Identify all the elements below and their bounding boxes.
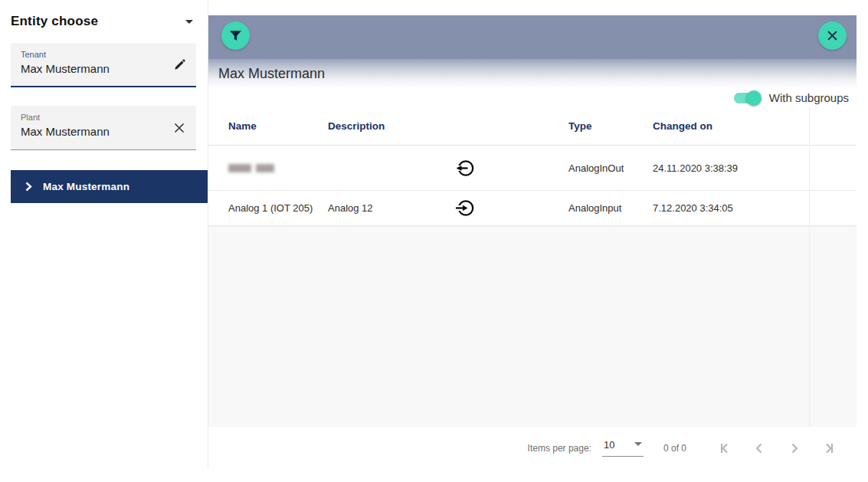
last-page-button[interactable] [821,440,838,457]
entity-sidebar: Entity choose Tenant Max Mustermann Plan… [0,0,208,482]
entity-choose-title: Entity choose [11,14,98,29]
paginator: Items per page: 10 0 of 0 [208,427,857,469]
first-page-icon [717,441,731,455]
close-icon [827,30,838,41]
previous-page-button[interactable] [751,440,768,457]
scrollbar-track-line [809,107,810,427]
pagination-nav [716,440,838,457]
entity-choose-header[interactable]: Entity choose [11,14,193,29]
plant-value: Max Mustermann [21,125,165,138]
panel-title: Max Mustermann [218,66,325,82]
tenant-field[interactable]: Tenant Max Mustermann [11,43,196,87]
sidebar-tree-item-max-mustermann[interactable]: Max Mustermann [11,170,208,203]
page-range-label: 0 of 0 [663,443,686,454]
cell-name: Analog 1 (IOT 205) [228,202,328,214]
last-page-icon [823,441,837,455]
chevron-left-icon [752,441,766,455]
cell-type: AnalogInOut [568,162,653,174]
tree-item-label: Max Mustermann [43,181,129,192]
tenant-label: Tenant [21,50,165,59]
collapse-caret-icon[interactable] [185,20,193,24]
table-row[interactable]: AnalogInOut 24.11.2020 3:38:39 [208,146,857,191]
analog-input-icon [454,198,500,218]
toggle-knob[interactable] [746,90,762,106]
redacted-name [228,164,328,172]
header-changed-on: Changed on [653,120,857,132]
header-name: Name [228,120,328,132]
analog-inout-icon [454,158,500,179]
cell-type: AnalogInput [568,202,653,214]
edit-tenant-button[interactable] [170,55,188,74]
chevron-right-icon[interactable] [25,182,32,192]
entity-detail-panel: Max Mustermann With subgroups Name Descr… [208,15,857,469]
tenant-value: Max Mustermann [21,62,165,75]
cell-description: Analog 12 [328,202,454,214]
page-size-value: 10 [604,439,614,451]
page-size-select[interactable]: 10 [602,439,644,457]
plant-field[interactable]: Plant Max Mustermann [11,106,196,150]
items-per-page-label: Items per page: [528,443,591,454]
table-header-row: Name Description Type Changed on [208,107,857,146]
panel-title-strip: Max Mustermann [208,59,857,88]
chevron-right-icon [788,441,801,455]
header-type: Type [568,120,653,132]
cell-changed-on: 7.12.2020 3:34:05 [653,202,857,214]
close-panel-button[interactable] [818,21,847,50]
empty-results-area [208,226,857,427]
pencil-icon [173,58,186,71]
clear-plant-button[interactable] [170,119,188,137]
next-page-button[interactable] [786,440,803,457]
select-caret-icon [634,442,642,446]
first-page-button[interactable] [716,440,732,457]
filter-button[interactable] [221,21,250,50]
subgroups-toggle-row: With subgroups [208,88,857,107]
header-description: Description [328,120,454,132]
panel-topbar [208,15,857,59]
filter-funnel-icon [229,29,242,42]
table-row[interactable]: Analog 1 (IOT 205) Analog 12 AnalogInput… [208,191,857,226]
with-subgroups-toggle[interactable] [733,90,762,106]
with-subgroups-label: With subgroups [769,91,849,104]
close-icon [173,122,185,134]
cell-changed-on: 24.11.2020 3:38:39 [653,162,857,174]
plant-label: Plant [21,113,165,122]
